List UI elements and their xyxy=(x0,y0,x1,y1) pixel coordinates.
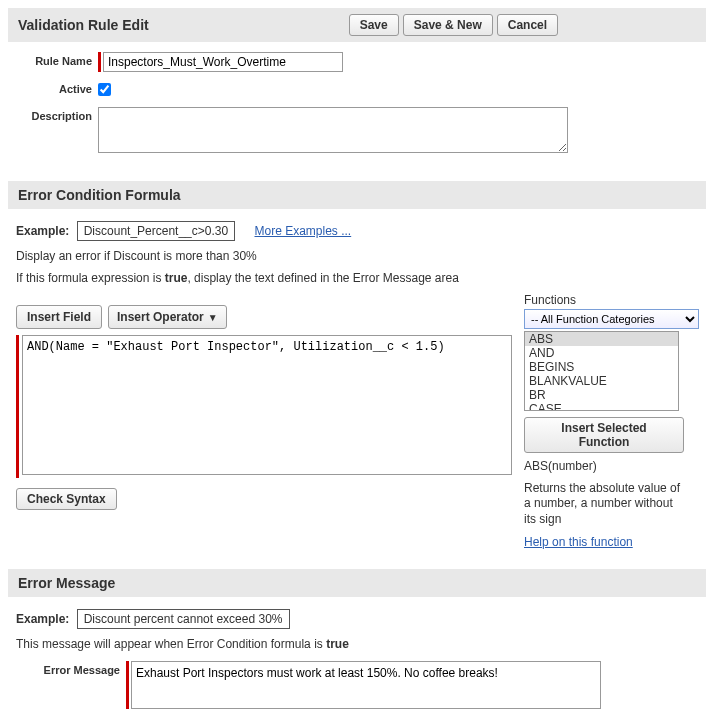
functions-list[interactable]: ABSANDBEGINSBLANKVALUEBRCASE xyxy=(524,331,679,411)
header-buttons: Save Save & New Cancel xyxy=(349,14,558,36)
insert-operator-button[interactable]: Insert Operator▼ xyxy=(108,305,227,329)
formula-textarea[interactable] xyxy=(22,335,512,475)
rule-name-input[interactable] xyxy=(103,52,343,72)
chevron-down-icon: ▼ xyxy=(208,312,218,323)
error-example-box: Discount percent cannot exceed 30% xyxy=(77,609,290,629)
formula-toolbar: Insert Field Insert Operator▼ xyxy=(16,305,512,329)
formula-if-line: If this formula expression is true, disp… xyxy=(16,271,698,285)
function-signature: ABS(number) xyxy=(524,459,684,475)
function-list-item[interactable]: BEGINS xyxy=(525,360,678,374)
functions-category-select[interactable]: -- All Function Categories xyxy=(524,309,699,329)
function-list-item[interactable]: BR xyxy=(525,388,678,402)
save-button[interactable]: Save xyxy=(349,14,399,36)
formula-left: Insert Field Insert Operator▼ Check Synt… xyxy=(16,293,512,549)
error-example-row: Example: Discount percent cannot exceed … xyxy=(16,609,698,629)
insert-field-button[interactable]: Insert Field xyxy=(16,305,102,329)
check-syntax-button[interactable]: Check Syntax xyxy=(16,488,117,510)
more-examples-link[interactable]: More Examples ... xyxy=(254,224,351,238)
save-new-button[interactable]: Save & New xyxy=(403,14,493,36)
page-title: Validation Rule Edit xyxy=(18,17,149,33)
formula-example-row: Example: Discount_Percent__c>0.30 More E… xyxy=(16,221,698,241)
error-appear-line: This message will appear when Error Cond… xyxy=(16,637,698,651)
description-label: Description xyxy=(8,107,98,122)
rule-name-label: Rule Name xyxy=(8,52,98,67)
error-message-section-header: Error Message xyxy=(8,569,706,597)
function-list-item[interactable]: AND xyxy=(525,346,678,360)
error-message-body: Example: Discount percent cannot exceed … xyxy=(8,597,706,709)
formula-required-indicator xyxy=(16,335,512,478)
function-description: Returns the absolute value of a number, … xyxy=(524,481,684,528)
function-list-item[interactable]: BLANKVALUE xyxy=(525,374,678,388)
description-textarea[interactable] xyxy=(98,107,568,153)
formula-section-header: Error Condition Formula xyxy=(8,181,706,209)
active-label: Active xyxy=(8,80,98,95)
formula-section-title: Error Condition Formula xyxy=(18,187,181,203)
insert-selected-function-button[interactable]: Insert Selected Function xyxy=(524,417,684,453)
help-function-link[interactable]: Help on this function xyxy=(524,535,633,549)
formula-example-label: Example: xyxy=(16,224,69,238)
active-checkbox[interactable] xyxy=(98,83,111,96)
formula-example-desc: Display an error if Discount is more tha… xyxy=(16,249,698,263)
error-example-label: Example: xyxy=(16,612,69,626)
required-indicator xyxy=(98,52,343,72)
error-message-section-title: Error Message xyxy=(18,575,115,591)
functions-panel: Functions -- All Function Categories ABS… xyxy=(524,293,684,549)
functions-title: Functions xyxy=(524,293,684,307)
error-message-textarea[interactable] xyxy=(131,661,601,709)
cancel-button[interactable]: Cancel xyxy=(497,14,558,36)
function-list-item[interactable]: CASE xyxy=(525,402,678,411)
rule-form: Rule Name Active Description xyxy=(8,42,706,181)
error-message-label: Error Message xyxy=(16,661,126,676)
error-message-required-indicator xyxy=(126,661,601,709)
formula-example-box: Discount_Percent__c>0.30 xyxy=(77,221,235,241)
function-list-item[interactable]: ABS xyxy=(525,332,678,346)
formula-section-body: Example: Discount_Percent__c>0.30 More E… xyxy=(8,209,706,569)
edit-header: Validation Rule Edit Save Save & New Can… xyxy=(8,8,706,42)
